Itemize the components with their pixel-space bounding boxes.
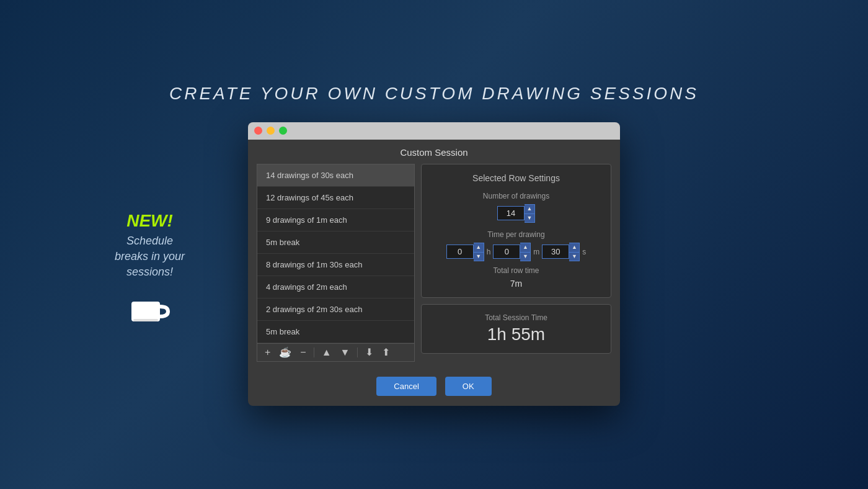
minutes-label: m [533,248,539,256]
list-item[interactable]: 5m break [257,231,414,254]
dialog-title: Custom Session [248,140,620,164]
session-list-panel: 14 drawings of 30s each12 drawings of 45… [257,164,415,362]
titlebar [248,122,620,140]
time-per-drawing-label: Time per drawing [430,230,602,239]
minutes-input[interactable] [493,244,520,259]
new-description: Schedulebreaks in yoursessions! [115,233,185,280]
number-of-drawings-input[interactable] [497,206,525,220]
svg-rect-1 [133,319,158,321]
seconds-input[interactable] [542,244,569,259]
add-row-button[interactable]: + [262,346,273,359]
new-feature-badge: NEW! Schedulebreaks in yoursessions! [115,211,185,326]
hours-label: h [487,248,491,256]
dialog-body: 14 drawings of 30s each12 drawings of 45… [248,164,620,370]
minutes-stepper-buttons: ▲ ▼ [520,243,531,261]
total-row-time-value: 7m [430,279,602,289]
list-item[interactable]: 5m break [257,321,414,343]
seconds-stepper: ▲ ▼ [542,243,580,261]
seconds-increment[interactable]: ▲ [569,243,579,252]
number-of-drawings-increment[interactable]: ▲ [525,205,534,213]
settings-panel: Selected Row Settings Number of drawings… [421,164,611,362]
page-title: CREATE YOUR OWN CUSTOM DRAWING SESSIONS [169,84,699,104]
seconds-stepper-buttons: ▲ ▼ [569,243,580,261]
list-item[interactable]: 14 drawings of 30s each [257,164,414,187]
hours-increment[interactable]: ▲ [474,243,484,252]
toolbar-separator [314,348,314,357]
dialog-footer: Cancel OK [248,370,620,406]
number-of-drawings-stepper-buttons: ▲ ▼ [525,204,535,223]
hours-input[interactable] [446,244,474,259]
toolbar-separator-2 [357,348,358,357]
number-of-drawings-decrement[interactable]: ▼ [525,213,534,222]
move-up-button[interactable]: ▲ [319,346,334,359]
export-button[interactable]: ⬆ [379,346,392,359]
minutes-decrement[interactable]: ▼ [520,252,530,261]
number-of-drawings-stepper: ▲ ▼ [497,204,535,223]
number-of-drawings-label: Number of drawings [430,192,602,200]
cancel-button[interactable]: Cancel [376,377,436,396]
list-item[interactable]: 9 drawings of 1m each [257,209,414,231]
list-item[interactable]: 8 drawings of 1m 30s each [257,254,414,276]
new-label: NEW! [115,211,185,231]
selected-row-settings-title: Selected Row Settings [430,173,602,183]
hours-decrement[interactable]: ▼ [474,252,484,261]
minimize-button[interactable] [267,127,275,135]
hours-stepper-buttons: ▲ ▼ [474,243,484,261]
close-button[interactable] [254,127,262,135]
cup-icon [115,289,185,326]
seconds-decrement[interactable]: ▼ [569,252,579,261]
selected-row-settings-box: Selected Row Settings Number of drawings… [421,164,611,298]
custom-session-window: Custom Session 14 drawings of 30s each12… [248,122,620,406]
remove-row-button[interactable]: − [298,346,308,359]
minutes-increment[interactable]: ▲ [520,243,530,252]
seconds-label: s [582,248,586,256]
total-session-label: Total Session Time [430,313,602,322]
total-row-time-label: Total row time [430,266,602,275]
list-toolbar: + ☕ − ▲ ▼ ⬇ ⬆ [257,344,415,362]
svg-rect-0 [131,302,160,321]
list-item[interactable]: 2 drawings of 2m 30s each [257,298,414,321]
total-row-time: Total row time 7m [430,266,602,289]
hours-stepper: ▲ ▼ [446,243,484,261]
time-per-drawing-row: ▲ ▼ h ▲ ▼ m [430,243,602,261]
maximize-button[interactable] [279,127,287,135]
move-down-button[interactable]: ▼ [338,346,353,359]
total-session-value: 1h 55m [430,325,602,344]
total-session-box: Total Session Time 1h 55m [421,304,611,354]
number-of-drawings-row: ▲ ▼ [430,204,602,223]
list-item[interactable]: 4 drawings of 2m each [257,276,414,298]
minutes-stepper: ▲ ▼ [493,243,531,261]
ok-button[interactable]: OK [445,377,492,396]
session-list[interactable]: 14 drawings of 30s each12 drawings of 45… [257,164,415,344]
add-break-button[interactable]: ☕ [277,346,294,359]
list-item[interactable]: 12 drawings of 45s each [257,187,414,209]
import-button[interactable]: ⬇ [363,346,376,359]
